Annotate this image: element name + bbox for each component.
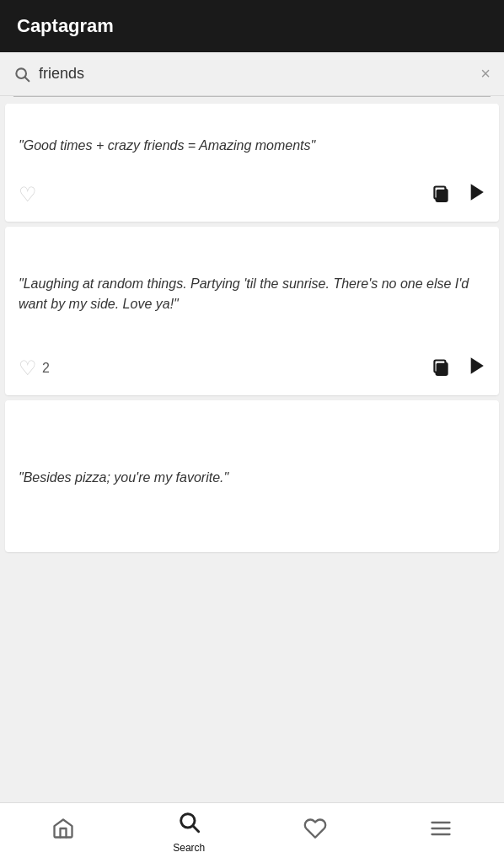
like-section-2: ♡ 2	[19, 356, 50, 380]
caption-text-2: "Laughing at random things. Partying 'ti…	[19, 244, 485, 345]
caption-card-3: "Besides pizza; you're my favorite."	[5, 400, 499, 552]
svg-marker-6	[471, 184, 484, 201]
copy-button-2[interactable]	[430, 355, 452, 382]
search-nav-icon	[177, 810, 201, 839]
svg-rect-10	[437, 363, 448, 375]
captions-list: "Good times + crazy friends = Amazing mo…	[0, 97, 504, 802]
copy-button-1[interactable]	[430, 181, 452, 208]
like-button-2[interactable]: ♡	[19, 356, 37, 380]
caption-text-3: "Besides pizza; you're my favorite."	[19, 417, 485, 539]
like-section-1: ♡	[19, 183, 37, 206]
nav-favorites[interactable]	[290, 817, 340, 846]
bottom-navigation: Search	[0, 802, 504, 863]
search-bar-icon	[13, 66, 30, 83]
menu-nav-icon	[429, 817, 453, 846]
svg-rect-5	[437, 190, 448, 201]
svg-line-13	[194, 826, 199, 831]
action-icons-1	[430, 181, 485, 208]
share-button-1[interactable]	[464, 181, 485, 208]
search-input[interactable]	[39, 65, 472, 83]
nav-home[interactable]	[38, 817, 88, 846]
svg-marker-11	[471, 357, 484, 374]
app-header: Captagram	[0, 0, 504, 52]
clear-search-button[interactable]: ×	[480, 64, 491, 83]
home-icon	[51, 817, 75, 846]
caption-text-1: "Good times + crazy friends = Amazing mo…	[19, 121, 485, 171]
like-button-1[interactable]: ♡	[19, 183, 37, 206]
nav-search[interactable]: Search	[164, 810, 214, 854]
caption-card-2: "Laughing at random things. Partying 'ti…	[5, 227, 499, 395]
card-actions-1: ♡	[19, 181, 485, 208]
nav-menu[interactable]	[416, 817, 466, 846]
search-bar: ×	[0, 52, 504, 96]
app-title: Captagram	[17, 15, 114, 36]
svg-line-1	[25, 77, 29, 81]
search-nav-label: Search	[173, 842, 205, 854]
share-button-2[interactable]	[464, 355, 485, 382]
like-count-2: 2	[42, 361, 50, 376]
action-icons-2	[430, 355, 485, 382]
heart-nav-icon	[303, 817, 327, 846]
caption-card-1: "Good times + crazy friends = Amazing mo…	[5, 104, 499, 222]
card-actions-2: ♡ 2	[19, 355, 485, 382]
